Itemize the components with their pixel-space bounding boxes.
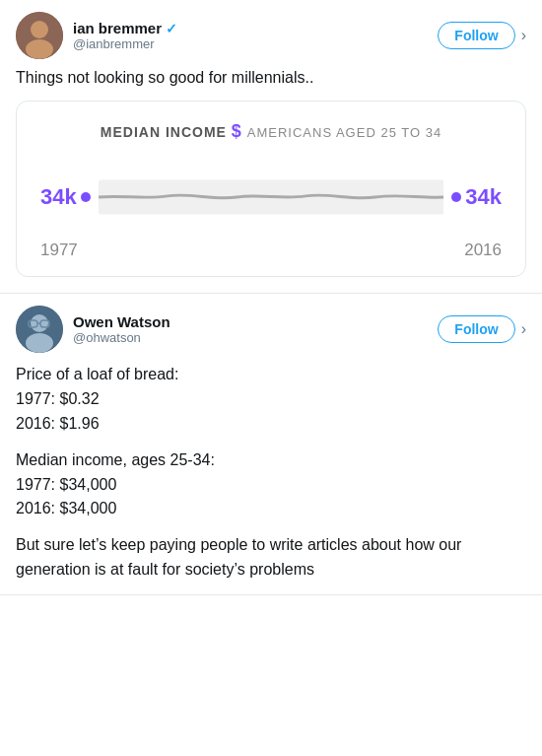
follow-button-owen[interactable]: Follow bbox=[438, 315, 514, 343]
bread-label: Price of a loaf of bread: bbox=[16, 366, 178, 382]
tweet-1-header: ian bremmer ✓ @ianbremmer Follow › bbox=[16, 12, 526, 59]
chart-line-area: 34k 34k bbox=[40, 158, 502, 237]
avatar-owen bbox=[16, 306, 63, 353]
tweet-2-header: Owen Watson @ohwatson Follow › bbox=[16, 306, 526, 353]
username-ian: @ianbremmer bbox=[73, 36, 438, 51]
display-name-ian: ian bremmer ✓ bbox=[73, 20, 438, 36]
username-owen: @ohwatson bbox=[73, 330, 438, 345]
chart-title-row: MEDIAN INCOME $ Americans aged 25 to 34 bbox=[40, 121, 502, 142]
tweet-2: Owen Watson @ohwatson Follow › Price of … bbox=[0, 294, 542, 594]
chart-right-value: 34k bbox=[451, 184, 502, 210]
caret-icon-ian[interactable]: › bbox=[521, 27, 526, 44]
user-info-ian: ian bremmer ✓ @ianbremmer bbox=[73, 20, 438, 51]
chart-title-label: MEDIAN INCOME bbox=[101, 124, 227, 140]
chart-dollar-sign: $ bbox=[232, 121, 242, 141]
follow-button-ian[interactable]: Follow bbox=[438, 22, 514, 49]
bread-2016: 2016: $1.96 bbox=[16, 415, 100, 432]
avatar-ian bbox=[16, 12, 63, 59]
follow-area-ian: Follow › bbox=[438, 22, 526, 49]
svg-point-1 bbox=[31, 21, 48, 38]
svg-point-6 bbox=[26, 333, 53, 353]
left-value-text: 34k bbox=[40, 184, 77, 210]
tweet-1: ian bremmer ✓ @ianbremmer Follow › Thing… bbox=[0, 0, 542, 294]
income-section: Median income, ages 25-34: 1977: $34,000… bbox=[16, 448, 526, 521]
closing-statement: But sure let’s keep paying people to wri… bbox=[16, 533, 526, 583]
chart-left-value: 34k bbox=[40, 184, 91, 210]
chart-left-dot bbox=[81, 192, 91, 202]
tweet-text-ian: Things not looking so good for millennia… bbox=[16, 67, 526, 89]
name-text-owen: Owen Watson bbox=[73, 313, 170, 330]
chart-svg bbox=[99, 163, 444, 232]
caret-icon-owen[interactable]: › bbox=[521, 320, 526, 338]
right-value-text: 34k bbox=[465, 184, 502, 210]
income-2016: 2016: $34,000 bbox=[16, 500, 116, 516]
name-text-ian: ian bremmer bbox=[73, 20, 162, 36]
income-1977: 1977: $34,000 bbox=[16, 476, 116, 493]
chart-card: MEDIAN INCOME $ Americans aged 25 to 34 … bbox=[16, 101, 526, 277]
display-name-owen: Owen Watson bbox=[73, 313, 438, 330]
year-end: 2016 bbox=[464, 241, 502, 260]
verified-icon: ✓ bbox=[166, 21, 177, 36]
chart-subtitle-text: Americans aged 25 to 34 bbox=[247, 125, 441, 140]
reply-text-owen: Price of a loaf of bread: 1977: $0.32 20… bbox=[16, 363, 526, 582]
svg-point-2 bbox=[26, 39, 53, 59]
chart-years-row: 1977 2016 bbox=[40, 241, 502, 260]
year-start: 1977 bbox=[40, 241, 78, 260]
bread-heading: Price of a loaf of bread: 1977: $0.32 20… bbox=[16, 363, 526, 436]
income-label: Median income, ages 25-34: bbox=[16, 451, 215, 468]
user-info-owen: Owen Watson @ohwatson bbox=[73, 313, 438, 345]
chart-title-text: MEDIAN INCOME $ Americans aged 25 to 34 bbox=[101, 124, 441, 140]
follow-area-owen: Follow › bbox=[438, 315, 526, 343]
bread-1977: 1977: $0.32 bbox=[16, 390, 100, 407]
chart-right-dot bbox=[451, 192, 461, 202]
